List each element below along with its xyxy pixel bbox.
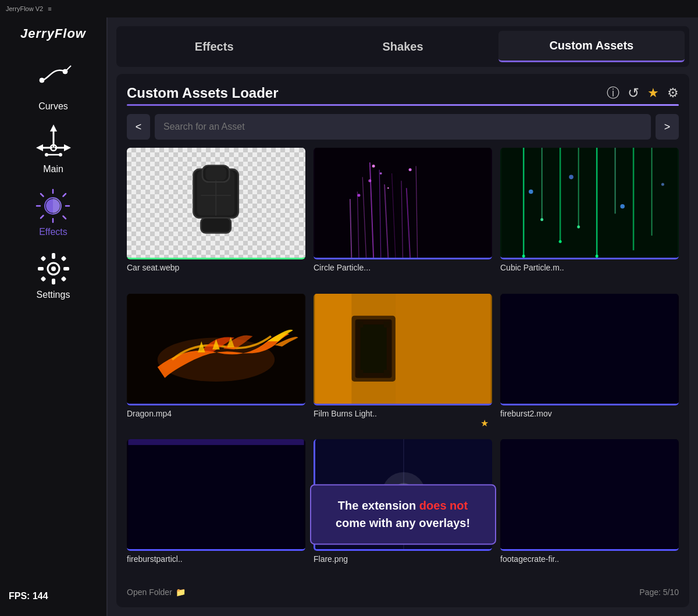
asset-label-car-seat: Car seat.webp (127, 263, 305, 272)
svg-marker-6 (36, 144, 43, 151)
tooltip-overlay: The extension does not come with any ove… (310, 484, 496, 544)
fps-display: FPS: 144 (0, 582, 106, 610)
svg-rect-32 (60, 276, 66, 282)
sidebar-label-main: Main (43, 164, 63, 175)
asset-label-dragon: Dragon.mp4 (127, 409, 305, 418)
svg-rect-85 (357, 322, 363, 327)
sidebar-label-curves: Curves (38, 101, 68, 112)
svg-rect-100 (501, 439, 677, 549)
panel-header-wrapper: Custom Assets Loader ⓘ ↺ ★ ⚙ (127, 84, 679, 106)
tooltip-line1-red: does not (419, 499, 468, 512)
svg-rect-28 (63, 267, 69, 270)
svg-rect-26 (52, 279, 55, 284)
svg-point-53 (368, 179, 371, 182)
refresh-icon[interactable]: ↺ (628, 85, 639, 101)
open-folder-button[interactable]: Open Folder 📁 (127, 587, 186, 597)
svg-rect-35 (201, 218, 232, 233)
svg-rect-84 (360, 325, 386, 373)
sidebar-item-main[interactable]: Main (0, 119, 106, 181)
favorite-icon[interactable]: ★ (647, 86, 659, 101)
asset-label-fireburst: fireburst2.mov (500, 409, 679, 418)
svg-point-54 (387, 187, 389, 189)
asset-item-footagecrate[interactable]: footagecrate-fir.. (500, 439, 679, 577)
svg-rect-90 (396, 294, 491, 404)
folder-icon: 📁 (176, 587, 186, 597)
svg-rect-93 (128, 439, 304, 445)
menu-icon[interactable]: ≡ (48, 5, 51, 12)
asset-item-dragon[interactable]: Dragon.mp4 (127, 294, 305, 432)
panel-footer: Open Folder 📁 Page: 5/10 (127, 585, 679, 597)
page-info: Page: 5/10 (639, 587, 679, 597)
main-layout: JerryFlow Curves (0, 17, 698, 616)
tooltip-line2: come with any overlays! (336, 517, 470, 529)
svg-point-66 (522, 255, 525, 258)
tab-effects[interactable]: Effects (121, 31, 307, 62)
svg-point-56 (409, 168, 412, 171)
svg-rect-29 (40, 256, 46, 262)
search-bar: < > (127, 114, 679, 140)
info-icon[interactable]: ⓘ (607, 84, 619, 102)
asset-item-car-seat[interactable]: Car seat.webp (127, 148, 305, 286)
svg-rect-89 (315, 294, 351, 404)
asset-label-circle-particle: Circle Particle... (314, 263, 492, 272)
asset-label-cubic-particle: Cubic Particle.m.. (500, 263, 679, 272)
asset-item-cubic-particle[interactable]: Cubic Particle.m.. (500, 148, 679, 286)
asset-label-footagecrate: footagecrate-fir.. (500, 554, 679, 564)
custom-assets-panel: Custom Assets Loader ⓘ ↺ ★ ⚙ < > (116, 74, 689, 607)
asset-thumb-cubic-particle (500, 148, 679, 259)
tab-bar: Effects Shakes Custom Assets (116, 26, 689, 67)
sidebar-item-settings[interactable]: Settings (0, 244, 106, 307)
asset-thumb-footagecrate (500, 439, 679, 551)
svg-point-72 (569, 175, 574, 180)
svg-point-11 (59, 153, 62, 156)
asset-label-fireburst-particles: fireburstparticl.. (127, 554, 305, 564)
svg-point-74 (661, 183, 664, 186)
svg-point-73 (620, 204, 625, 209)
search-input[interactable] (155, 114, 651, 140)
sidebar-item-effects[interactable]: Effects (0, 181, 106, 244)
asset-item-circle-particle[interactable]: Circle Particle... (314, 148, 492, 286)
svg-point-55 (357, 194, 360, 197)
asset-label-film-burns: Film Burns Light.. (314, 409, 457, 418)
svg-point-67 (540, 218, 543, 221)
svg-point-10 (45, 153, 48, 156)
asset-thumb-circle-particle (314, 148, 492, 259)
svg-rect-27 (38, 267, 44, 270)
next-button[interactable]: > (656, 114, 679, 140)
gear-icon[interactable]: ⚙ (667, 86, 679, 101)
open-folder-label: Open Folder (127, 587, 172, 597)
sidebar-label-settings: Settings (37, 290, 70, 300)
sidebar-label-effects: Effects (39, 227, 67, 237)
asset-item-fireburst[interactable]: fireburst2.mov (500, 294, 679, 432)
prev-button[interactable]: < (127, 114, 150, 140)
asset-item-film-burns[interactable]: Film Burns Light.. ★ (314, 294, 492, 432)
svg-line-22 (63, 194, 66, 197)
sidebar-logo: JerryFlow (15, 23, 92, 44)
svg-rect-91 (501, 294, 677, 404)
asset-item-flare[interactable]: The extension does not come with any ove… (314, 439, 492, 577)
svg-point-52 (380, 172, 382, 175)
svg-point-68 (559, 240, 562, 243)
svg-marker-4 (50, 124, 57, 131)
panel-title: Custom Assets Loader (127, 85, 279, 101)
svg-point-51 (372, 165, 375, 168)
curves-icon (36, 63, 71, 98)
asset-item-fireburst-particles[interactable]: fireburstparticl.. (127, 439, 305, 577)
svg-line-2 (65, 66, 71, 72)
svg-point-70 (596, 255, 599, 258)
title-bar: JerryFlow V2 ≡ (0, 0, 698, 17)
svg-rect-92 (128, 439, 304, 549)
tab-shakes[interactable]: Shakes (309, 31, 496, 62)
panel-header-icons: ⓘ ↺ ★ ⚙ (607, 84, 679, 102)
film-burns-star-icon: ★ (480, 418, 489, 429)
sidebar: JerryFlow Curves (0, 17, 108, 616)
svg-point-24 (51, 266, 56, 271)
sidebar-item-curves[interactable]: Curves (0, 56, 106, 119)
svg-point-69 (577, 225, 580, 228)
asset-thumb-fireburst-particles (127, 439, 305, 551)
svg-point-71 (529, 190, 533, 194)
asset-label-flare: Flare.png (314, 554, 492, 564)
tab-custom-assets[interactable]: Custom Assets (498, 31, 685, 62)
settings-icon (36, 251, 71, 286)
svg-rect-86 (384, 322, 390, 327)
